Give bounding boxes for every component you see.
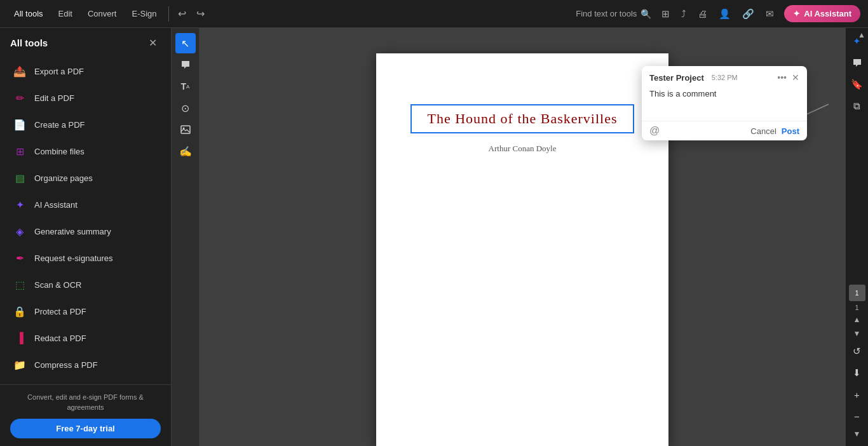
scroll-up-area: ▲ bbox=[857, 29, 867, 41]
ai-assistant-tool-label: AI Assistant bbox=[34, 200, 78, 210]
sidebar-title: All tools bbox=[10, 37, 48, 48]
undo-button[interactable]: ↩ bbox=[174, 5, 190, 22]
sidebar-footer-text: Convert, edit and e-sign PDF forms & agr… bbox=[10, 393, 161, 412]
scroll-up-button[interactable]: ▲ bbox=[857, 29, 867, 41]
page-number-area: 1 1 ▲ ▼ ↺ ⬇ + − ▼ bbox=[848, 285, 867, 442]
edit-pdf-label: Edit a PDF bbox=[34, 93, 74, 103]
comment-popup-header: Tester Project 5:32 PM ••• ✕ bbox=[642, 66, 807, 86]
export-pdf-label: Export a PDF bbox=[34, 67, 84, 76]
sidebar-item-edit-pdf[interactable]: ✏ Edit a PDF bbox=[3, 84, 168, 111]
ai-assistant-button[interactable]: ✦ AI Assistant bbox=[784, 5, 860, 22]
account-icon[interactable]: 👤 bbox=[716, 6, 733, 22]
compress-pdf-icon: 📁 bbox=[13, 358, 27, 372]
redact-pdf-label: Redact a PDF bbox=[34, 334, 86, 343]
ai-star-icon: ✦ bbox=[793, 9, 800, 18]
select-tool-button[interactable]: ↖ bbox=[175, 33, 196, 53]
sidebar-item-ai-assistant[interactable]: ✦ AI Assistant bbox=[3, 191, 168, 218]
right-bookmark-button[interactable]: 🔖 bbox=[848, 75, 867, 94]
comment-tool-button[interactable] bbox=[175, 55, 196, 75]
right-layers-button[interactable]: ⧉ bbox=[848, 97, 867, 116]
comment-at-icon[interactable]: @ bbox=[649, 125, 660, 137]
protect-pdf-icon: 🔒 bbox=[13, 304, 27, 318]
combine-files-label: Combine files bbox=[34, 147, 85, 156]
page-number: 1 bbox=[855, 304, 858, 311]
edit-pdf-icon: ✏ bbox=[13, 91, 27, 105]
print-icon[interactable]: 🖨 bbox=[695, 6, 710, 22]
comment-user: Tester Project bbox=[649, 73, 704, 83]
nav-convert[interactable]: Convert bbox=[81, 6, 123, 21]
download-button[interactable]: ⬇ bbox=[848, 363, 867, 382]
comment-header-icons: ••• ✕ bbox=[777, 72, 799, 83]
sidebar-item-scan-ocr[interactable]: ⬚ Scan & OCR bbox=[3, 271, 168, 298]
redo-button[interactable]: ↪ bbox=[193, 5, 208, 22]
page-badge: 1 bbox=[849, 285, 865, 301]
protect-pdf-label: Protect a PDF bbox=[34, 307, 86, 316]
generative-summary-icon: ◈ bbox=[13, 224, 27, 238]
nav-edit[interactable]: Edit bbox=[52, 6, 79, 21]
trial-button[interactable]: Free 7-day trial bbox=[10, 419, 161, 438]
sidebar-item-export-pdf[interactable]: 📤 Export a PDF bbox=[3, 58, 168, 84]
comment-popup: Tester Project 5:32 PM ••• ✕ @ Cancel Po… bbox=[642, 66, 807, 140]
pdf-author: Arthur Conan Doyle bbox=[489, 144, 557, 154]
link-tool-button[interactable]: ⊙ bbox=[175, 98, 196, 118]
comment-popup-footer: @ Cancel Post bbox=[642, 121, 807, 140]
sidebar-item-combine-files[interactable]: ⊞ Combine files bbox=[3, 138, 168, 165]
text-tool-button[interactable]: T A bbox=[175, 76, 196, 97]
topbar-icon-group: ⊞ ⤴ 🖨 👤 🔗 ✉ bbox=[659, 6, 776, 22]
zoom-out-button[interactable]: − bbox=[848, 407, 867, 426]
export-pdf-icon: 📤 bbox=[13, 64, 27, 78]
comment-text-input[interactable] bbox=[642, 86, 807, 118]
right-comment-button[interactable] bbox=[848, 53, 867, 72]
request-esignatures-label: Request e-signatures bbox=[34, 253, 113, 263]
generative-summary-label: Generative summary bbox=[34, 227, 111, 236]
comment-time: 5:32 PM bbox=[712, 74, 738, 81]
svg-rect-0 bbox=[181, 126, 190, 133]
comment-post-button[interactable]: Post bbox=[782, 126, 799, 136]
organize-pages-icon: ▤ bbox=[13, 171, 27, 185]
comment-more-icon[interactable]: ••• bbox=[777, 72, 787, 83]
sidebar-item-organize-pages[interactable]: ▤ Organize pages bbox=[3, 165, 168, 191]
pdf-title: The Hound of the Baskervilles bbox=[410, 104, 634, 133]
nav-esign[interactable]: E-Sign bbox=[125, 6, 163, 21]
main-area: All tools ✕ 📤 Export a PDF ✏ Edit a PDF … bbox=[0, 28, 868, 446]
sidebar-item-create-pdf[interactable]: 📄 Create a PDF bbox=[3, 111, 168, 138]
undo-redo-group: ↩ ↪ bbox=[174, 5, 208, 22]
mail-icon[interactable]: ✉ bbox=[763, 6, 776, 22]
nav-menu: All tools Edit Convert E-Sign bbox=[8, 6, 163, 21]
zoom-in-button[interactable]: + bbox=[848, 385, 867, 404]
ai-assistant-icon: ✦ bbox=[13, 198, 27, 212]
search-area[interactable]: Find text or tools 🔍 bbox=[576, 9, 651, 19]
bottom-scroll-down[interactable]: ▼ bbox=[852, 428, 862, 440]
sidebar-item-request-esignatures[interactable]: ✒ Request e-signatures bbox=[3, 245, 168, 271]
sidebar-item-protect-pdf[interactable]: 🔒 Protect a PDF bbox=[3, 298, 168, 325]
toolbar-strip: ↖ T A ⊙ ✍ bbox=[172, 28, 200, 446]
grid-icon[interactable]: ⊞ bbox=[659, 6, 672, 22]
sidebar-footer: Convert, edit and e-sign PDF forms & agr… bbox=[0, 384, 171, 446]
scan-ocr-label: Scan & OCR bbox=[34, 280, 81, 290]
request-esignatures-icon: ✒ bbox=[13, 251, 27, 265]
topbar-divider bbox=[168, 6, 169, 22]
sidebar-item-compress-pdf[interactable]: 📁 Compress a PDF bbox=[3, 351, 168, 378]
sidebar-item-generative-summary[interactable]: ◈ Generative summary bbox=[3, 218, 168, 245]
page-scroll-down[interactable]: ▼ bbox=[852, 328, 862, 339]
sidebar-item-redact-pdf[interactable]: ▐ Redact a PDF bbox=[3, 325, 168, 351]
sign-tool-button[interactable]: ✍ bbox=[175, 141, 196, 161]
combine-files-icon: ⊞ bbox=[13, 144, 27, 158]
topbar-right: Find text or tools 🔍 ⊞ ⤴ 🖨 👤 🔗 ✉ ✦ AI As… bbox=[576, 5, 860, 22]
nav-all-tools[interactable]: All tools bbox=[8, 6, 50, 21]
left-sidebar: All tools ✕ 📤 Export a PDF ✏ Edit a PDF … bbox=[0, 28, 172, 446]
comment-cancel-button[interactable]: Cancel bbox=[750, 126, 776, 136]
image-tool-button[interactable] bbox=[175, 119, 196, 140]
refresh-button[interactable]: ↺ bbox=[848, 342, 867, 361]
link-icon[interactable]: 🔗 bbox=[740, 6, 757, 22]
comment-action-buttons: Cancel Post bbox=[750, 126, 799, 136]
organize-pages-label: Organize pages bbox=[34, 173, 93, 183]
share-icon[interactable]: ⤴ bbox=[679, 6, 689, 22]
canvas-area: The Hound of the Baskervilles Arthur Con… bbox=[200, 28, 845, 446]
page-scroll-up[interactable]: ▲ bbox=[852, 314, 862, 325]
comment-close-button[interactable]: ✕ bbox=[792, 72, 799, 83]
topbar: All tools Edit Convert E-Sign ↩ ↪ Find t… bbox=[0, 0, 868, 28]
sidebar-close-button[interactable]: ✕ bbox=[145, 36, 161, 50]
sidebar-header: All tools ✕ bbox=[0, 28, 171, 55]
search-label: Find text or tools bbox=[576, 9, 637, 18]
